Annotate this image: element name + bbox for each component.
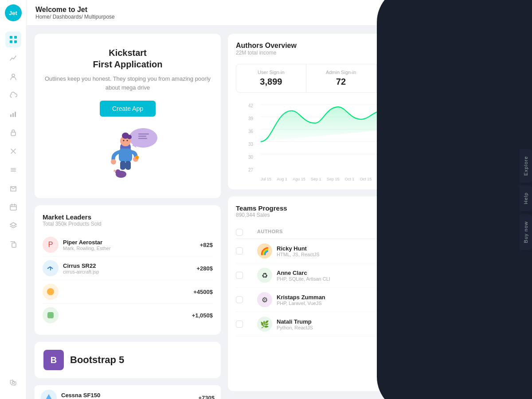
x-sep1: Sep 1 [311, 177, 321, 181]
checkbox-ricky[interactable] [236, 247, 243, 254]
checkbox-natali[interactable] [236, 321, 243, 328]
svg-rect-48 [125, 161, 131, 170]
x-aug1: Aug 1 [277, 177, 287, 181]
svg-rect-35 [138, 136, 146, 137]
illustration [92, 121, 163, 185]
market-item-3: +4500$ [43, 280, 213, 304]
stat-user-signin-value: 3,899 [243, 77, 299, 87]
svg-rect-3 [14, 40, 17, 43]
right-panel-buttons: Explore Help Buy now [520, 149, 532, 250]
svg-marker-53 [45, 394, 52, 399]
ricky-skill: HTML, JS, ReactJS [277, 252, 320, 257]
market-item-cirrus: Cirrus SR22 cirrus-aircraft.jsp +280$ [43, 257, 213, 280]
kristaps-info: Kristaps Zumman PHP, Laravel, VueJS [277, 294, 325, 306]
svg-rect-5 [10, 114, 12, 117]
sidebar-item-dashboard[interactable] [5, 31, 21, 47]
anne-name: Anne Clarc [277, 270, 330, 276]
app-logo[interactable]: Jet [5, 4, 22, 21]
piper-detail: Mark, Rowling, Esther [63, 246, 196, 251]
y-label-33: 33 [248, 142, 257, 147]
svg-rect-0 [10, 36, 12, 39]
cirrus-detail: cirrus-aircraft.jsp [63, 269, 192, 274]
sidebar-item-cloud[interactable] [5, 87, 21, 103]
stat-admin-signin: Admin Sign-in 72 [306, 64, 376, 92]
bootstrap-icon: B [43, 350, 64, 370]
cessna-name: Cessna SF150 [61, 392, 194, 399]
sidebar-item-calendar[interactable] [5, 199, 21, 215]
ricky-name: Ricky Hunt [277, 245, 320, 252]
bootstrap-card: B Bootstrap 5 [35, 342, 221, 378]
anne-info: Anne Clarc PHP, SQLite, Artisan CLI [277, 270, 330, 282]
checkbox-kristaps[interactable] [236, 296, 243, 303]
natali-info: Natali Trump Python, ReactJS [277, 318, 313, 330]
svg-rect-9 [11, 168, 16, 169]
cessna-value: +730$ [198, 395, 215, 399]
sidebar-item-close[interactable] [5, 143, 21, 159]
sidebar-item-list[interactable] [5, 162, 21, 178]
svg-rect-47 [120, 161, 125, 170]
teams-title: Teams Progress [236, 204, 287, 212]
sidebar-item-inbox[interactable] [5, 180, 21, 196]
breadcrumb: Home/ Dashboards/ Multipurpose [35, 14, 115, 20]
sidebar-item-users[interactable] [5, 69, 21, 85]
ricky-info: Ricky Hunt HTML, JS, ReactJS [277, 245, 320, 257]
y-label-30: 30 [248, 155, 257, 160]
author-natali: 🌿 Natali Trump Python, ReactJS [257, 317, 394, 332]
authors-title-block: Authors Overview 22M total income [236, 42, 297, 62]
x-sep15: Sep 15 [327, 177, 340, 181]
svg-point-42 [127, 140, 128, 141]
sidebar-item-copy[interactable] [5, 236, 21, 252]
market-item-cessna: Cessna SF150 cessna-aircraft.class.jsp +… [35, 385, 221, 399]
cirrus-info: Cirrus SR22 cirrus-aircraft.jsp [63, 262, 192, 274]
market-item-piper: P Piper Aerostar Mark, Rowling, Esther +… [43, 233, 213, 257]
market-item-4: +1,050$ [43, 304, 213, 327]
svg-rect-43 [119, 149, 132, 162]
sidebar-item-lock[interactable] [5, 125, 21, 141]
author-kristaps: ⚙ Kristaps Zumman PHP, Laravel, VueJS [257, 292, 394, 307]
svg-rect-36 [138, 138, 147, 139]
cessna-info: Cessna SF150 cessna-aircraft.class.jsp [61, 392, 194, 399]
svg-rect-34 [138, 133, 149, 135]
svg-rect-2 [10, 40, 12, 43]
x-oct15: Oct 15 [360, 177, 372, 181]
buy-now-button[interactable]: Buy now [520, 214, 532, 250]
y-label-39: 39 [248, 116, 257, 121]
stat-user-signin: User Sign-in 3,899 [236, 64, 306, 92]
create-app-button[interactable]: Create App [100, 101, 156, 117]
sidebar-item-layers[interactable] [5, 218, 21, 234]
left-column: Kickstart First Application Outlines kee… [35, 34, 221, 391]
kristaps-name: Kristaps Zumman [277, 294, 325, 301]
sidebar: Jet [0, 0, 27, 399]
th-checkbox [236, 229, 254, 236]
y-label-36: 36 [248, 129, 257, 134]
market-leaders-title: Market Leaders [43, 213, 213, 221]
chart-y-axis: 42 39 36 33 30 27 [248, 100, 259, 181]
item3-value: +4500$ [193, 289, 213, 295]
dark-panel-bg [377, 0, 532, 399]
item4-value: +1,050$ [192, 312, 213, 319]
market-leaders-subtitle: Total 350k Products Sold [43, 221, 213, 227]
th-authors: AUTHORS [257, 229, 394, 236]
explore-button[interactable]: Explore [520, 149, 532, 183]
item3-logo [43, 284, 59, 300]
sidebar-item-analytics[interactable] [5, 50, 21, 66]
svg-rect-13 [12, 243, 16, 247]
checkbox-anne[interactable] [236, 272, 243, 279]
item4-logo [43, 307, 59, 323]
svg-rect-6 [12, 113, 14, 117]
anne-skill: PHP, SQLite, Artisan CLI [277, 276, 330, 282]
breadcrumb-dashboards[interactable]: Dashboards/ [53, 14, 83, 20]
help-button[interactable]: Help [520, 185, 532, 211]
breadcrumb-home[interactable]: Home/ [35, 14, 51, 20]
teams-title-block: Teams Progress 890,344 Sales [236, 204, 287, 224]
x-oct1: Oct 1 [345, 177, 355, 181]
svg-point-40 [127, 135, 132, 139]
breadcrumb-current: Multipurpose [84, 14, 115, 20]
cirrus-logo [43, 260, 59, 276]
svg-rect-8 [11, 132, 16, 136]
svg-rect-1 [14, 36, 17, 39]
avatar-kristaps: ⚙ [257, 292, 272, 307]
sidebar-item-charts[interactable] [5, 106, 21, 122]
svg-rect-7 [15, 112, 16, 117]
sidebar-settings[interactable] [9, 372, 17, 395]
